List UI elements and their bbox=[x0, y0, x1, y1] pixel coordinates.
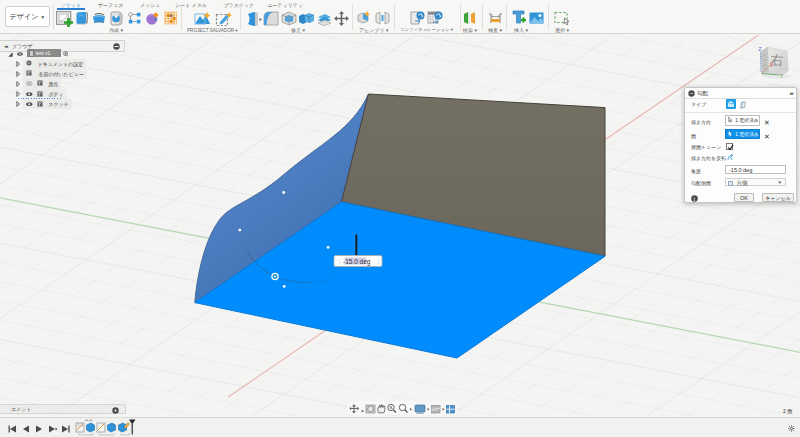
svg-text:X: X bbox=[770, 62, 774, 68]
svg-text:-15.0 deg: -15.0 deg bbox=[343, 258, 371, 266]
svg-text:⋮: ⋮ bbox=[376, 258, 381, 264]
svg-text:⋮: ⋮ bbox=[337, 258, 342, 264]
svg-text:Y: Y bbox=[780, 73, 784, 79]
